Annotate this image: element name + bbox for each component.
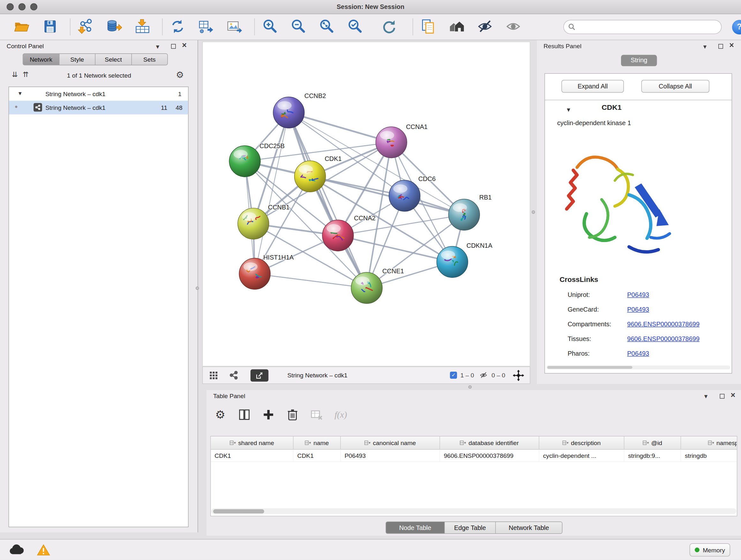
- cell-database-identifier[interactable]: 9606.ENSP00000378699: [440, 449, 539, 461]
- crosslink-link[interactable]: 9606.ENSP00000378699: [627, 320, 699, 327]
- disclosure-triangle-icon[interactable]: ▼: [17, 90, 23, 96]
- table-horizontal-scrollbar[interactable]: [211, 508, 736, 514]
- results-panel: Results Panel ▾ × String Expand All Coll…: [537, 40, 741, 384]
- cell-shared-name[interactable]: CDK1: [211, 449, 293, 461]
- network-selection-row: ⇊ ⇈ 1 of 1 Network selected ⚙: [0, 69, 198, 83]
- cell-canonical-name[interactable]: P06493: [341, 449, 440, 461]
- expand-all-button[interactable]: Expand All: [561, 80, 623, 92]
- help-button[interactable]: ?: [732, 19, 741, 34]
- network-row-selected[interactable]: ● String Network – cdk1 11 48: [9, 101, 188, 114]
- tab-network[interactable]: Network: [23, 54, 59, 65]
- import-table-button[interactable]: [133, 17, 151, 37]
- gene-symbol: CDK1: [602, 103, 622, 112]
- crosslink-link[interactable]: P06493: [627, 291, 649, 298]
- scrollbar-thumb[interactable]: [213, 509, 264, 513]
- search-input[interactable]: [563, 20, 722, 34]
- svg-text:RB1: RB1: [479, 194, 492, 201]
- eye-slash-icon: [477, 18, 493, 36]
- export-image-button[interactable]: [225, 17, 244, 37]
- import-network-from-file-button[interactable]: [76, 17, 95, 37]
- network-canvas-view[interactable]: CCNB2CCNA1CDC25BCDK1CDC6RB1CCNB1CCNA2CDK…: [202, 42, 530, 366]
- open-session-button[interactable]: [12, 17, 31, 37]
- tab-style[interactable]: Style: [59, 54, 95, 65]
- memory-button[interactable]: Memory: [690, 543, 730, 557]
- panel-menu-icon[interactable]: ▾: [704, 392, 708, 401]
- bottom-splitter-handle[interactable]: [468, 385, 472, 388]
- column-header[interactable]: namespace: [681, 436, 737, 449]
- show-all-button[interactable]: [504, 17, 523, 37]
- apply-layout-button[interactable]: [380, 17, 398, 37]
- cell-id[interactable]: stringdb:9...: [624, 449, 681, 461]
- float-panel-icon[interactable]: [718, 44, 723, 49]
- tab-node-table[interactable]: Node Table: [386, 522, 445, 534]
- left-splitter-handle[interactable]: [196, 287, 199, 290]
- export-view-button[interactable]: [251, 369, 268, 381]
- tab-network-table[interactable]: Network Table: [496, 522, 562, 534]
- cell-description[interactable]: cyclin-dependent ...: [539, 449, 624, 461]
- tab-sets[interactable]: Sets: [131, 54, 167, 65]
- zoom-selected-button[interactable]: [346, 17, 364, 37]
- pan-crosshair-icon[interactable]: [513, 369, 524, 381]
- import-network-from-database-button[interactable]: [105, 17, 123, 37]
- tab-string[interactable]: String: [621, 55, 657, 66]
- column-header[interactable]: database identifier: [440, 436, 539, 449]
- window-title: Session: New Session: [0, 0, 741, 14]
- panel-menu-icon[interactable]: ▾: [156, 42, 159, 51]
- crosslink-link[interactable]: P06493: [627, 350, 649, 357]
- cloud-status-button[interactable]: [9, 544, 25, 557]
- hidden-eye-slash-icon: [479, 371, 488, 379]
- share-network-icon[interactable]: [229, 371, 238, 380]
- create-network-from-table-button[interactable]: [197, 17, 215, 37]
- title-bar: Session: New Session: [0, 0, 741, 14]
- documents-button[interactable]: [419, 17, 437, 37]
- network-options-gear-icon[interactable]: ⚙: [176, 70, 184, 80]
- network-collection-row[interactable]: ▼ String Network – cdk1 1: [9, 87, 188, 101]
- float-panel-icon[interactable]: [720, 394, 725, 399]
- save-session-button[interactable]: [41, 17, 59, 37]
- crosslink-link[interactable]: P06493: [627, 306, 649, 313]
- column-header[interactable]: description: [539, 436, 624, 449]
- warning-button[interactable]: [37, 544, 50, 557]
- column-header[interactable]: name: [293, 436, 341, 449]
- column-header[interactable]: canonical name: [341, 436, 440, 449]
- cell-namespace[interactable]: stringdb: [681, 449, 737, 461]
- collapse-all-button[interactable]: Collapse All: [642, 80, 710, 92]
- table-row[interactable]: CDK1 CDK1 P06493 9606.ENSP00000378699 cy…: [211, 449, 738, 462]
- selected-checkbox-icon[interactable]: ✓: [450, 372, 457, 379]
- disclosure-triangle-icon[interactable]: ▼: [566, 106, 571, 113]
- network-canvas[interactable]: CCNB2CCNA1CDC25BCDK1CDC6RB1CCNB1CCNA2CDK…: [203, 42, 530, 366]
- birds-eye-grid-icon[interactable]: [209, 371, 218, 380]
- svg-text:CCNB2: CCNB2: [305, 92, 326, 99]
- zoom-fit-button[interactable]: [317, 17, 336, 37]
- panel-menu-icon[interactable]: ▾: [703, 42, 706, 51]
- crosslink-link[interactable]: 9606.ENSP00000378699: [627, 335, 699, 342]
- cell-name[interactable]: CDK1: [293, 449, 341, 461]
- right-splitter-handle[interactable]: [532, 210, 535, 213]
- add-column-icon[interactable]: [259, 405, 278, 424]
- table-options-gear-icon[interactable]: ⚙: [211, 405, 230, 424]
- clone-network-button[interactable]: [168, 17, 187, 37]
- svg-text:CCNE1: CCNE1: [382, 267, 404, 274]
- zoom-in-button[interactable]: [260, 17, 279, 37]
- cytoscape-window: Session: New Session: [0, 0, 741, 560]
- delete-column-trash-icon[interactable]: [283, 405, 302, 424]
- results-scrollbar[interactable]: [546, 366, 730, 369]
- tab-edge-table[interactable]: Edge Table: [445, 522, 496, 534]
- show-columns-icon[interactable]: [235, 405, 254, 424]
- float-panel-icon[interactable]: [171, 44, 176, 49]
- close-panel-icon[interactable]: ×: [731, 391, 736, 400]
- results-panel-title: Results Panel: [543, 43, 582, 50]
- column-header[interactable]: shared name: [211, 436, 293, 449]
- zoom-out-button[interactable]: [289, 17, 308, 37]
- hide-selected-button[interactable]: [475, 17, 494, 37]
- network-import-icon: [77, 18, 93, 36]
- close-panel-icon[interactable]: ×: [729, 41, 734, 50]
- table-toolbar: ⚙ f(x): [211, 404, 355, 425]
- crosslink-row: Compartments: 9606.ENSP00000378699: [545, 317, 732, 332]
- close-panel-icon[interactable]: ×: [182, 41, 187, 50]
- home-button[interactable]: [447, 17, 466, 37]
- column-header[interactable]: @id: [624, 436, 681, 449]
- toolbar-separator: [70, 18, 70, 36]
- tab-select[interactable]: Select: [95, 54, 131, 65]
- string-results-box: Expand All Collapse All ▼ CDK1 cyclin-de…: [544, 73, 732, 374]
